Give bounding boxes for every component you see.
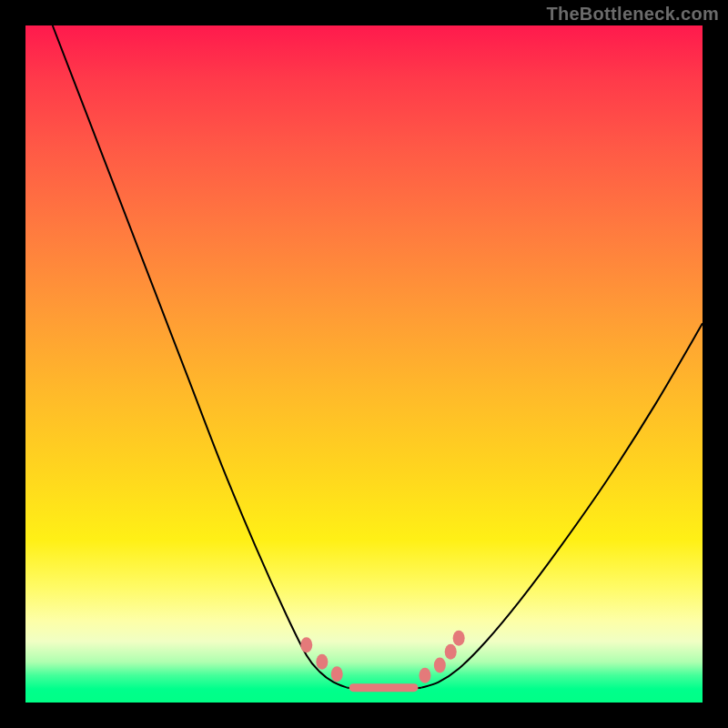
chart-frame: TheBottleneck.com (0, 0, 728, 728)
left-dot-1 (300, 637, 312, 652)
curve-right (421, 323, 703, 687)
markers-group (300, 631, 464, 683)
right-dot-4 (453, 631, 465, 646)
minimum-bar-marker (349, 683, 419, 692)
right-dot-1 (419, 668, 430, 683)
right-dot-2 (434, 658, 446, 673)
right-dot-3 (445, 644, 457, 660)
chart-svg (25, 25, 703, 703)
watermark-text: TheBottleneck.com (546, 4, 719, 25)
left-dot-2 (316, 654, 328, 670)
curve-left (53, 25, 348, 688)
left-dot-3 (331, 666, 343, 682)
chart-plot-area (25, 25, 703, 703)
